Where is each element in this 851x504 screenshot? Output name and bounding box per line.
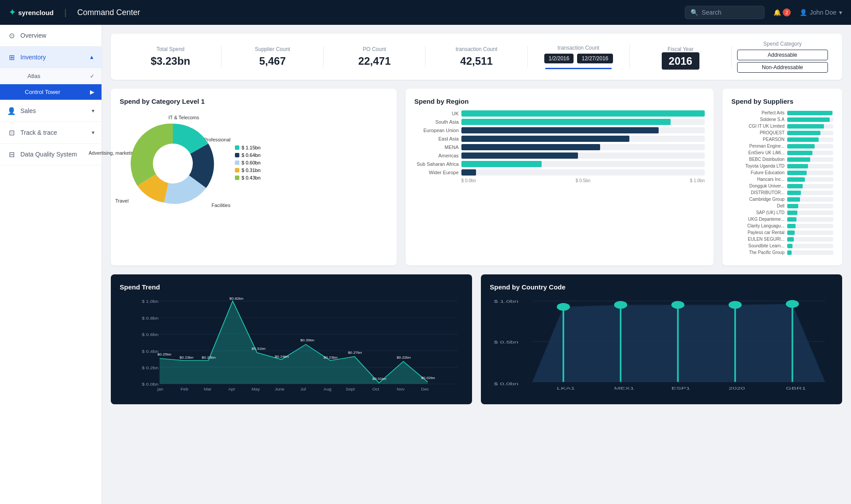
supplier-bar: [787, 217, 796, 222]
supplier-bar: [787, 131, 820, 135]
region-bar: [461, 119, 671, 125]
supplier-bar-wrap: [787, 191, 833, 195]
supplier-row: Clarity Languagu...: [731, 223, 833, 228]
supplier-bar: [787, 117, 830, 122]
supplier-name: Penman Engine...: [731, 144, 785, 148]
date-end-badge[interactable]: 12/27/2016: [577, 54, 613, 63]
region-bar-wrap: [461, 136, 705, 142]
supplier-bar-wrap: [787, 124, 833, 129]
svg-text:$ 0.4bn: $ 0.4bn: [142, 348, 159, 353]
supplier-bar-wrap: [787, 231, 833, 235]
legend-item: $ 1.15bn: [235, 145, 261, 150]
supplier-count-value: 5,467: [227, 55, 318, 67]
pie-legend: $ 1.15bn $ 0.64bn $ 0.60bn $ 0.31bn: [235, 145, 261, 183]
sidebar-item-atlas[interactable]: Atlas ✓: [0, 68, 101, 84]
total-spend-stat: Total Spend $3.23bn: [120, 46, 222, 67]
date-slider[interactable]: [545, 68, 612, 69]
addressable-badge[interactable]: Addressable: [737, 50, 828, 60]
supplier-name: Cambridge Group: [731, 197, 785, 202]
spend-country-chart: Spend by Country Code $ 1.0bn $ 0.5bn $ …: [481, 274, 842, 404]
supplier-name: EntServ UK LiMi...: [731, 150, 785, 155]
supplier-row: Soldene S.A: [731, 117, 833, 122]
region-bar-wrap: [461, 152, 705, 159]
region-bar-wrap: [461, 110, 705, 117]
region-row: European Union: [414, 127, 705, 133]
supplier-bar: [787, 184, 803, 188]
supplier-list: Perfect Arts Soldene S.A CGI IT UK Limit…: [731, 110, 833, 255]
supplier-row: Soundbite Learn...: [731, 243, 833, 248]
svg-text:$ 1.0bn: $ 1.0bn: [142, 299, 159, 304]
supplier-bar-wrap: [787, 244, 833, 248]
adv-label: Advertising, marketing & Media: [89, 150, 124, 156]
supplier-bar-wrap: [787, 171, 833, 175]
region-bar: [461, 169, 476, 176]
sidebar-item-label: Track & trace: [20, 129, 87, 136]
legend-item: $ 0.60bn: [235, 160, 261, 165]
supplier-bar: [787, 204, 798, 208]
overview-icon: ⊙: [7, 31, 16, 40]
region-label: UK: [414, 111, 459, 116]
svg-text:jan: jan: [157, 387, 163, 391]
svg-text:$0.24bn: $0.24bn: [275, 355, 289, 358]
svg-text:$0.22bn: $0.22bn: [397, 356, 411, 359]
trend-svg: $ 1.0bn $ 0.8bn $ 0.6bn $ 0.4bn $ 0.2bn …: [120, 296, 463, 394]
supplier-name: Dell: [731, 203, 785, 208]
svg-text:Sept: Sept: [346, 387, 355, 391]
supplier-bar-wrap: [787, 177, 833, 182]
svg-point-0: [153, 144, 193, 184]
sidebar-item-label: Sales: [20, 107, 87, 114]
non-addressable-badge[interactable]: Non-Addressable: [737, 62, 828, 73]
charts-top-row: Spend by Category Level 1 IT & Telecoms …: [111, 89, 842, 266]
active-indicator: [16, 91, 19, 94]
sidebar-item-inventory[interactable]: ⊞ Inventory ▲: [0, 47, 101, 68]
spend-country-title: Spend by Country Code: [490, 283, 833, 291]
notification-button[interactable]: 🔔 2: [773, 8, 791, 16]
axis-label: $ 0.0bn: [461, 178, 476, 183]
bell-icon: 🔔: [773, 9, 781, 16]
svg-text:$0.02bn: $0.02bn: [421, 376, 435, 379]
supplier-bar-wrap: [787, 111, 833, 115]
region-label: East Asia: [414, 136, 459, 141]
legend-color: [235, 153, 239, 157]
fiscal-year-value[interactable]: 2016: [662, 52, 699, 70]
sidebar-item-control-tower[interactable]: Control Tower ▶: [0, 84, 101, 100]
svg-text:$0.23bn: $0.23bn: [324, 356, 338, 359]
user-menu[interactable]: 👤 John Doe ▾: [800, 9, 842, 16]
sidebar-item-overview[interactable]: ⊙ Overview: [0, 25, 101, 47]
pie-container: IT & Telecoms Professional Facilities Tr…: [120, 110, 388, 217]
date-start-badge[interactable]: 1/2/2016: [544, 54, 574, 63]
supplier-name: Dongguk Univer...: [731, 184, 785, 188]
spend-cat-label: Spend Category: [737, 41, 828, 47]
svg-text:May: May: [252, 387, 260, 391]
sidebar-item-sales[interactable]: 👤 Sales ▾: [0, 100, 101, 122]
supplier-name: Payless car Rental: [731, 230, 785, 235]
spend-suppliers-chart: Spend by Suppliers Perfect Arts Soldene …: [722, 89, 842, 266]
supplier-name: Soundbite Learn...: [731, 243, 785, 248]
region-bar: [461, 136, 629, 142]
legend-label: $ 0.64bn: [242, 152, 261, 158]
region-bar-wrap: [461, 119, 705, 125]
supplier-row: Payless car Rental: [731, 230, 833, 235]
sidebar-item-track[interactable]: ⊡ Track & trace ▾: [0, 122, 101, 144]
supplier-bar-wrap: [787, 117, 833, 122]
chevron-down-icon: ▾: [839, 9, 842, 16]
region-bar: [461, 127, 659, 133]
supplier-bar-wrap: [787, 157, 833, 162]
chevron-down-icon: ▾: [92, 129, 94, 136]
sidebar-item-dqs[interactable]: ⊟ Data Quality System: [0, 144, 101, 165]
supplier-bar: [787, 197, 800, 202]
search-box[interactable]: 🔍 Search: [685, 6, 765, 19]
region-bar-wrap: [461, 144, 705, 150]
supplier-bar: [787, 244, 792, 248]
svg-text:$ 0.8bn: $ 0.8bn: [142, 315, 159, 320]
legend-item: $ 0.64bn: [235, 152, 261, 158]
pie-svg: [129, 119, 217, 208]
atlas-label: Atlas: [27, 73, 40, 79]
supplier-row: Cambridge Group: [731, 197, 833, 202]
supplier-row: EULEN SEGURI...: [731, 237, 833, 242]
region-row: Americas: [414, 152, 705, 159]
supplier-name: Future Education: [731, 170, 785, 175]
slider-fill: [545, 68, 612, 69]
supplier-bar-wrap: [787, 237, 833, 242]
region-bar: [461, 161, 542, 167]
